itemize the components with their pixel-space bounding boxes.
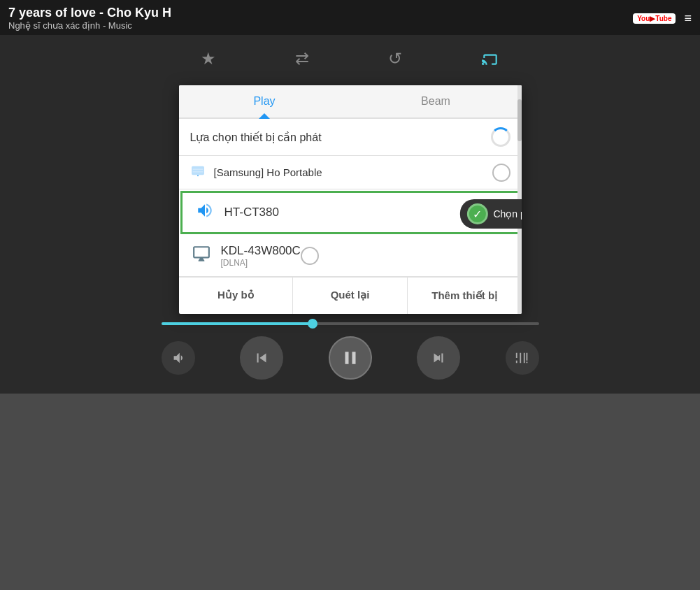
instructions-row: Lựa chọn thiết bị cần phát [179,119,522,156]
svg-rect-0 [192,167,203,175]
top-bar: 7 years of love - Cho Kyu H Nghệ sĩ chưa… [0,0,700,35]
tooltip-wrapper: ✓ Chọn phát trên loa [489,203,507,222]
youtube-logo: You▶Tube [637,15,671,22]
tooltip-text: Chọn phát trên loa [493,208,521,220]
header-info: 7 years of love - Cho Kyu H Nghệ sĩ chưa… [8,6,633,31]
progress-area[interactable] [162,322,539,325]
tab-beam[interactable]: Beam [350,85,522,117]
controls-row [162,336,539,385]
progress-thumb[interactable] [308,319,317,329]
favorite-button[interactable]: ★ [198,46,219,74]
volume-button[interactable] [162,341,195,375]
repeat-button[interactable]: ↺ [385,46,405,74]
monitor-icon [190,245,213,267]
samsung-device-name: [Samsung] Ho Portable [214,166,492,178]
shuffle-button[interactable]: ⇄ [292,46,312,74]
device-htct380[interactable]: HT-CT380 ✓ Chọn phát trên loa [180,191,520,234]
cancel-button[interactable]: Hủy bỏ [179,278,294,314]
next-button[interactable] [417,336,460,380]
progress-fill [162,322,313,325]
song-subtitle: Nghệ sĩ chưa xác định - Music [8,20,633,31]
instruction-text: Lựa chọn thiết bị cần phát [190,131,322,144]
youtube-badge: You▶Tube [633,13,676,24]
dialog-tabs: Play Beam [179,85,522,119]
prev-button[interactable] [240,336,283,380]
htct380-name: HT-CT380 [224,206,489,220]
samsung-radio[interactable] [492,164,510,182]
kdl-sub: [DLNA] [221,258,301,268]
device-kdl[interactable]: KDL-43W800C [DLNA] [179,236,522,277]
song-title: 7 years of love - Cho Kyu H [8,6,633,20]
toolbar: ★ ⇄ ↺ [162,46,539,74]
scrollbar-thumb[interactable] [517,99,522,141]
cast-button[interactable] [478,46,502,74]
tab-play[interactable]: Play [179,85,350,117]
tooltip: ✓ Chọn phát trên loa [459,199,521,229]
menu-icon[interactable]: ≡ [684,11,692,26]
samsung-device-icon [190,163,206,182]
progress-track[interactable] [162,322,539,325]
header-actions: You▶Tube ≡ [633,11,692,26]
loading-spinner [491,127,510,147]
tooltip-check-icon: ✓ [466,203,487,224]
samsung-device-row[interactable]: [Samsung] Ho Portable [179,156,522,189]
pause-button[interactable] [329,336,372,380]
equalizer-button[interactable] [506,341,539,375]
svg-point-1 [197,175,199,176]
kdl-info: KDL-43W800C [DLNA] [221,244,301,268]
kdl-radio[interactable] [301,247,319,265]
device-dialog: Play Beam Lựa chọn thiết bị cần phát [Sa… [179,85,522,314]
kdl-name: KDL-43W800C [221,244,301,258]
player-area: ★ ⇄ ↺ Play Beam Lựa chọn thiết bị cần ph… [0,35,700,394]
speaker-icon [194,201,216,224]
add-device-button[interactable]: Thêm thiết bị [408,278,522,314]
rescan-button[interactable]: Quét lại [293,278,408,314]
dialog-buttons: Hủy bỏ Quét lại Thêm thiết bị [179,277,522,314]
